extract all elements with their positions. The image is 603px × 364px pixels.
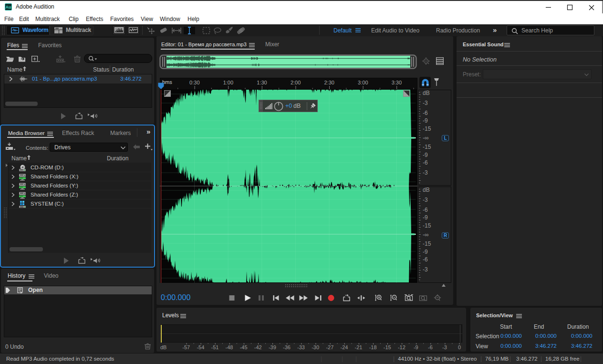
svg-text:-42: -42 <box>254 344 262 350</box>
svg-text:3:00: 3:00 <box>358 80 368 85</box>
svg-text:-15: -15 <box>423 240 431 247</box>
svg-text:-30: -30 <box>312 344 319 350</box>
svg-text:dB: dB <box>160 344 166 350</box>
svg-text:2:00: 2:00 <box>291 80 301 85</box>
svg-text:0: 0 <box>458 344 461 350</box>
svg-text:-15: -15 <box>423 144 431 150</box>
svg-text:-9: -9 <box>423 214 428 221</box>
svg-text:-3: -3 <box>423 266 428 273</box>
svg-text:-9: -9 <box>414 344 418 350</box>
svg-text:-∞: -∞ <box>423 135 429 141</box>
svg-text:2:30: 2:30 <box>324 80 334 85</box>
svg-text:-6: -6 <box>428 344 433 350</box>
svg-text:-54: -54 <box>197 344 204 350</box>
svg-text:-21: -21 <box>355 344 363 350</box>
svg-text:-48: -48 <box>226 344 233 350</box>
svg-text:-3: -3 <box>423 100 428 106</box>
svg-text:1:30: 1:30 <box>257 80 267 85</box>
svg-text:-6: -6 <box>423 256 428 263</box>
svg-text:-6: -6 <box>423 159 428 166</box>
svg-text:-9: -9 <box>423 249 428 255</box>
svg-text:-33: -33 <box>297 344 305 350</box>
svg-text:1:00: 1:00 <box>223 80 233 85</box>
svg-text:-3: -3 <box>423 197 428 203</box>
svg-text:-45: -45 <box>240 344 248 350</box>
svg-text:-36: -36 <box>283 344 291 350</box>
svg-text:-6: -6 <box>423 207 428 213</box>
svg-text:-24: -24 <box>341 344 348 350</box>
svg-text:-∞: -∞ <box>423 231 429 238</box>
svg-text:-51: -51 <box>211 344 219 350</box>
svg-text:-6: -6 <box>423 110 428 116</box>
svg-text:dB: dB <box>423 187 430 193</box>
svg-text:-15: -15 <box>423 125 431 132</box>
svg-text:-39: -39 <box>269 344 276 350</box>
svg-text:-27: -27 <box>326 344 333 350</box>
svg-text:0:30: 0:30 <box>189 80 199 85</box>
svg-text:-12: -12 <box>398 344 405 350</box>
svg-text:dB: dB <box>423 90 430 96</box>
svg-text:-18: -18 <box>369 344 377 350</box>
svg-text:-57: -57 <box>182 344 190 350</box>
svg-text:-9: -9 <box>423 117 428 124</box>
svg-text:-15: -15 <box>423 222 431 229</box>
svg-text:-3: -3 <box>442 344 447 350</box>
svg-text:-3: -3 <box>423 169 428 176</box>
svg-text:-9: -9 <box>423 152 428 158</box>
svg-text:-15: -15 <box>384 344 391 350</box>
svg-text:3:30: 3:30 <box>392 80 402 85</box>
